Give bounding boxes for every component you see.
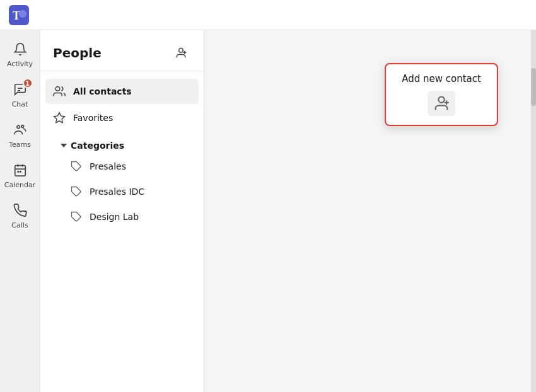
sidebar-item-chat-label: Chat [12,100,28,108]
sidebar-item-calls-label: Calls [11,221,28,229]
scrollbar-thumb [531,68,536,106]
svg-marker-18 [61,144,67,147]
contacts-icon [53,85,66,98]
teams-logo: T [8,4,30,26]
svg-point-16 [55,87,60,91]
tag-icon-presales [71,161,82,172]
svg-rect-12 [20,171,21,173]
add-contact-icon [175,47,187,59]
scrollbar-track[interactable] [531,30,536,392]
svg-marker-17 [54,113,65,123]
panel-header: People [40,30,204,71]
category-item-design-lab[interactable]: Design Lab [53,205,191,229]
teams-icon [11,121,29,139]
svg-point-5 [16,125,20,129]
panel-title: People [53,45,102,61]
bell-icon [11,40,29,58]
svg-point-22 [438,97,444,103]
categories-section: Categories Presales [45,132,199,235]
nav-item-all-contacts-label: All contacts [73,86,132,96]
right-panel: Add new contact [204,30,536,392]
nav-item-favorites[interactable]: Favorites [45,105,199,130]
add-contact-button[interactable] [171,43,191,63]
sidebar-item-activity[interactable]: Activity [3,35,38,73]
category-item-presales-idc[interactable]: Presales IDC [53,180,191,204]
sidebar-item-calendar[interactable]: Calendar [3,156,38,194]
content-panel: People [40,30,204,392]
top-bar: T [0,0,536,30]
sidebar-item-teams[interactable]: Teams [3,116,38,154]
nav-list: All contacts Favorites Categories [40,71,204,392]
category-item-presales[interactable]: Presales [53,154,191,178]
tag-icon-design-lab [71,211,82,222]
tag-icon-presales-idc [71,186,82,197]
panel-actions [171,43,191,63]
svg-text:T: T [13,9,20,22]
sidebar-item-calendar-label: Calendar [4,181,35,189]
add-contact-tooltip-icon [433,95,450,112]
tooltip-icon-container [428,91,455,116]
category-design-lab-label: Design Lab [90,212,139,222]
svg-rect-7 [15,166,25,176]
tooltip-text: Add new contact [399,73,484,84]
svg-rect-2 [19,10,26,18]
sidebar-item-teams-label: Teams [9,141,31,149]
sidebar: Activity 1 Chat [0,30,40,392]
star-icon [53,112,66,124]
categories-header[interactable]: Categories [53,137,191,154]
categories-label: Categories [71,141,124,151]
phone-icon [11,202,29,219]
calendar-icon [11,161,29,179]
sidebar-item-calls[interactable]: Calls [3,197,38,234]
main-layout: Activity 1 Chat [0,30,536,392]
category-presales-idc-label: Presales IDC [90,187,144,197]
nav-item-all-contacts[interactable]: All contacts [45,79,199,104]
chat-badge: 1 [23,78,33,88]
sidebar-item-chat[interactable]: 1 Chat [3,76,38,113]
svg-rect-11 [17,171,19,173]
sidebar-item-activity-label: Activity [7,60,33,68]
svg-point-6 [21,125,23,128]
chat-icon: 1 [11,81,29,98]
tooltip-popup: Add new contact [385,63,498,126]
chevron-down-icon [61,142,67,149]
nav-item-favorites-label: Favorites [73,113,113,123]
category-presales-label: Presales [90,161,126,171]
svg-point-13 [179,49,184,53]
